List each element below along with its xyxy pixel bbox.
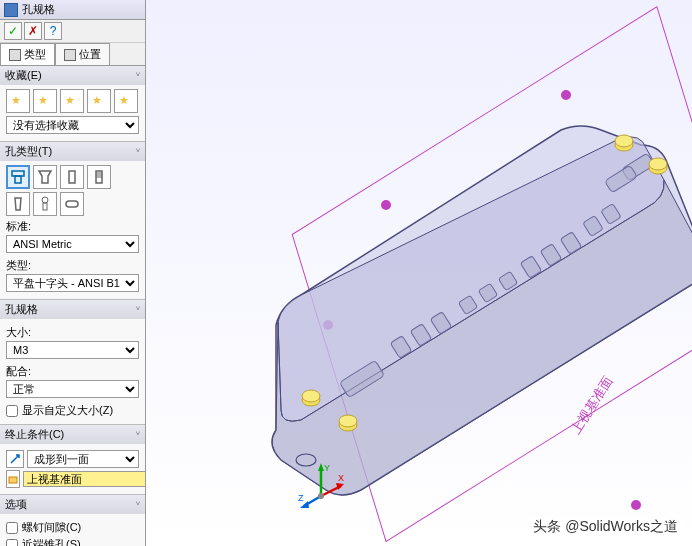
fit-label: 配合: <box>6 364 139 379</box>
chevron-up-icon: ⱽ <box>136 305 140 315</box>
svg-rect-1 <box>15 176 21 183</box>
triad-x: X <box>338 473 344 483</box>
endcond-header[interactable]: 终止条件(C) ⱽ <box>0 425 145 444</box>
chevron-up-icon: ⱽ <box>136 430 140 440</box>
star-icon: ★ <box>38 94 52 108</box>
star-icon: ★ <box>119 94 133 108</box>
tab-type-icon <box>9 49 21 61</box>
svg-point-12 <box>561 90 571 100</box>
near-cone-row[interactable]: 近端锥孔(S) <box>6 537 139 546</box>
tab-type[interactable]: 类型 <box>0 43 55 65</box>
type-label: 类型: <box>6 258 139 273</box>
favorites-title: 收藏(E) <box>5 68 42 83</box>
svg-rect-6 <box>66 201 78 207</box>
section-favorites: 收藏(E) ⱽ ★ ★ ★ ★ ★ 没有选择收藏 <box>0 66 145 142</box>
fav-icon-5[interactable]: ★ <box>114 89 138 113</box>
custom-size-row[interactable]: 显示自定义大小(Z) <box>6 403 139 418</box>
svg-point-35 <box>615 135 633 147</box>
chevron-up-icon: ⱽ <box>136 71 140 81</box>
face-icon[interactable] <box>6 470 20 488</box>
graphics-viewport[interactable]: 上视基准面 Y X Z 头条 @SolidWorks之道 <box>146 0 692 546</box>
fav-icon-3[interactable]: ★ <box>60 89 84 113</box>
holespec-title: 孔规格 <box>5 302 38 317</box>
direction-icon[interactable] <box>6 450 24 468</box>
favorites-select[interactable]: 没有选择收藏 <box>6 116 139 134</box>
cancel-button[interactable]: ✗ <box>24 22 42 40</box>
holetype-legacy-icon[interactable] <box>33 192 57 216</box>
plane-label: 上视基准面 <box>568 374 615 437</box>
property-panel: 孔规格 ✓ ✗ ? 类型 位置 收藏(E) ⱽ ★ ★ ★ ★ ★ <box>0 0 146 546</box>
holespec-header[interactable]: 孔规格 ⱽ <box>0 300 145 319</box>
near-cone-checkbox[interactable] <box>6 539 18 547</box>
holetype-title: 孔类型(T) <box>5 144 52 159</box>
section-endcond: 终止条件(C) ⱽ 成形到一面 <box>0 425 145 495</box>
ok-button[interactable]: ✓ <box>4 22 22 40</box>
favorites-header[interactable]: 收藏(E) ⱽ <box>0 66 145 85</box>
chevron-up-icon: ⱽ <box>136 147 140 157</box>
custom-size-label: 显示自定义大小(Z) <box>22 403 113 418</box>
tab-position-label: 位置 <box>79 47 101 62</box>
face-input[interactable] <box>23 471 146 487</box>
holetype-pipe-icon[interactable] <box>6 192 30 216</box>
type-select[interactable]: 平盘十字头 - ANSI B18.6.7M <box>6 274 139 292</box>
tab-type-label: 类型 <box>24 47 46 62</box>
custom-size-checkbox[interactable] <box>6 405 18 417</box>
view-triad: Y X Z <box>296 461 346 511</box>
endcond-title: 终止条件(C) <box>5 427 64 442</box>
holetype-countersink-icon[interactable] <box>33 165 57 189</box>
panel-titlebar: 孔规格 <box>0 0 145 20</box>
screw-clearance-row[interactable]: 螺钉间隙(C) <box>6 520 139 535</box>
triad-y: Y <box>324 463 330 473</box>
section-holespec: 孔规格 ⱽ 大小: M3 配合: 正常 显示自定义大小(Z) <box>0 300 145 425</box>
standard-select[interactable]: ANSI Metric <box>6 235 139 253</box>
svg-point-14 <box>631 500 641 510</box>
model-view: 上视基准面 <box>146 0 692 546</box>
section-options: 选项 ⱽ 螺钉间隙(C) 近端锥孔(S) 螺钉下锥孔(H) <box>0 495 145 546</box>
hole-wizard-icon <box>4 3 18 17</box>
svg-point-31 <box>302 390 320 402</box>
screw-clearance-label: 螺钉间隙(C) <box>22 520 81 535</box>
help-button[interactable]: ? <box>44 22 62 40</box>
panel-header-buttons: ✓ ✗ ? <box>0 20 145 43</box>
screw-clearance-checkbox[interactable] <box>6 522 18 534</box>
svg-rect-7 <box>9 477 17 483</box>
holetype-tap-icon[interactable] <box>87 165 111 189</box>
star-icon: ★ <box>92 94 106 108</box>
svg-point-4 <box>42 197 48 203</box>
size-select[interactable]: M3 <box>6 341 139 359</box>
standard-label: 标准: <box>6 219 139 234</box>
svg-point-44 <box>318 493 324 499</box>
svg-rect-2 <box>69 171 75 183</box>
tab-position-icon <box>64 49 76 61</box>
size-label: 大小: <box>6 325 139 340</box>
fit-select[interactable]: 正常 <box>6 380 139 398</box>
fav-icon-1[interactable]: ★ <box>6 89 30 113</box>
holetype-hole-icon[interactable] <box>60 165 84 189</box>
panel-title: 孔规格 <box>22 2 55 17</box>
near-cone-label: 近端锥孔(S) <box>22 537 81 546</box>
holetype-counterbore-icon[interactable] <box>6 165 30 189</box>
options-header[interactable]: 选项 ⱽ <box>0 495 145 514</box>
chevron-up-icon: ⱽ <box>136 500 140 510</box>
fav-icon-4[interactable]: ★ <box>87 89 111 113</box>
svg-point-11 <box>381 200 391 210</box>
star-icon: ★ <box>65 94 79 108</box>
holetype-slot-icon[interactable] <box>60 192 84 216</box>
svg-point-37 <box>649 158 667 170</box>
attribution-text: 头条 @SolidWorks之道 <box>527 516 684 538</box>
svg-point-33 <box>339 415 357 427</box>
endcond-select[interactable]: 成形到一面 <box>27 450 139 468</box>
star-icon: ★ <box>11 94 25 108</box>
holetype-header[interactable]: 孔类型(T) ⱽ <box>0 142 145 161</box>
tab-row: 类型 位置 <box>0 43 145 66</box>
section-holetype: 孔类型(T) ⱽ 标准: ANSI Metric 类型: 平盘十字头 - ANS… <box>0 142 145 300</box>
fav-icon-2[interactable]: ★ <box>33 89 57 113</box>
triad-z: Z <box>298 493 304 503</box>
tab-position[interactable]: 位置 <box>55 43 110 65</box>
svg-rect-5 <box>43 203 47 210</box>
options-title: 选项 <box>5 497 27 512</box>
